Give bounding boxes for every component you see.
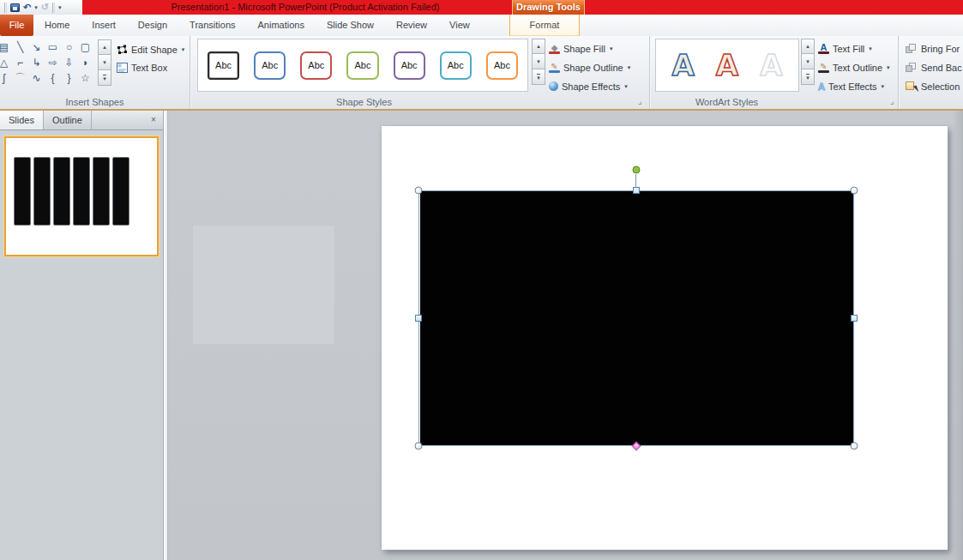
shape-styles-dialog-launcher-icon[interactable]: ⌟ xyxy=(635,96,645,106)
tab-transitions[interactable]: Transitions xyxy=(178,15,246,36)
save-icon[interactable] xyxy=(10,3,20,12)
text-box-label: Text Box xyxy=(131,63,167,73)
drawing-tools-contextual-header: Drawing Tools xyxy=(512,0,585,15)
powerpoint-window: ↶ ▾ ↺ ▾ Presentation1 - Microsoft PowerP… xyxy=(0,0,963,560)
wordart-dialog-launcher-icon[interactable]: ⌟ xyxy=(887,96,897,106)
shape-style-gallery: Abc Abc Abc Abc Abc Abc Abc xyxy=(197,39,528,92)
text-fill-button[interactable]: A Text Fill ▾ xyxy=(818,40,872,57)
shape-elbow-connector-icon[interactable]: ⌐ xyxy=(12,55,28,70)
window-control-stub xyxy=(4,3,7,13)
shape-style-green[interactable]: Abc xyxy=(346,51,378,80)
tab-format-active[interactable]: Format xyxy=(509,15,580,36)
shape-style-purple[interactable]: Abc xyxy=(394,51,425,80)
text-box-icon xyxy=(117,63,128,73)
shape-oval-icon[interactable]: ○ xyxy=(61,39,77,55)
wordart-style-red[interactable]: A xyxy=(716,51,738,80)
undo-icon[interactable]: ↶ xyxy=(23,3,31,12)
send-backward-icon xyxy=(906,63,918,73)
wordart-style-blue[interactable]: A xyxy=(672,51,695,80)
tab-file[interactable]: File xyxy=(0,15,33,36)
bring-forward-button[interactable]: Bring For xyxy=(906,40,960,57)
tab-slide-show[interactable]: Slide Show xyxy=(316,15,385,36)
resize-handle-top-right[interactable] xyxy=(851,187,858,195)
shape-curve-icon[interactable]: ∿ xyxy=(28,70,45,86)
style-more-button[interactable]: ▾ xyxy=(532,69,545,85)
shape-arc-icon[interactable]: ⌒ xyxy=(12,70,28,86)
shape-style-blue[interactable]: Abc xyxy=(254,51,286,80)
shape-style-red[interactable]: Abc xyxy=(300,51,332,80)
gallery-scroll-up-button[interactable]: ▴ xyxy=(98,39,111,55)
edit-shape-button[interactable]: Edit Shape ▾ xyxy=(117,41,184,57)
tab-review[interactable]: Review xyxy=(385,15,438,36)
thumbnail-bar xyxy=(93,157,110,226)
text-effects-button[interactable]: A Text Effects ▾ xyxy=(818,78,884,94)
rotate-handle[interactable] xyxy=(633,166,641,174)
tab-animations[interactable]: Animations xyxy=(247,15,316,36)
resize-handle-top-center[interactable] xyxy=(633,187,640,194)
shape-outline-icon: ✎ xyxy=(549,63,560,73)
tab-outline[interactable]: Outline xyxy=(44,111,92,129)
ribbon: ▤ ╲ ↘ ▭ ○ ▢ △ ⌐ ↳ ⇨ ⇩ ◗ ʃ ⌒ ∿ { } ☆ ▴ xyxy=(0,36,963,111)
wordart-scroll-up-button[interactable]: ▴ xyxy=(801,39,815,54)
shape-left-brace-icon[interactable]: { xyxy=(45,70,61,86)
gallery-scroll-down-button[interactable]: ▾ xyxy=(98,55,111,70)
shape-outline-button[interactable]: ✎ Shape Outline ▾ xyxy=(549,59,630,75)
shape-line-icon[interactable]: ╲ xyxy=(12,39,28,55)
tab-design[interactable]: Design xyxy=(127,15,178,36)
shape-down-arrow-icon[interactable]: ⇩ xyxy=(61,55,77,70)
customize-qat-icon[interactable]: ▾ xyxy=(58,4,62,11)
shape-effects-icon xyxy=(549,81,558,91)
tab-view[interactable]: View xyxy=(438,15,481,36)
bring-forward-icon xyxy=(906,44,918,54)
shape-rounded-rectangle-icon[interactable]: ▢ xyxy=(77,39,93,55)
tab-home[interactable]: Home xyxy=(33,15,81,36)
resize-handle-bottom-right[interactable] xyxy=(851,443,858,450)
shape-arrow-icon[interactable]: ↘ xyxy=(28,39,45,55)
shape-style-orange[interactable]: Abc xyxy=(486,51,518,80)
text-box-button[interactable]: Text Box xyxy=(117,59,167,75)
shape-teardrop-icon[interactable]: ◗ xyxy=(77,55,93,70)
tab-insert[interactable]: Insert xyxy=(81,15,127,36)
window-title: Presentation1 - Microsoft PowerPoint (Pr… xyxy=(117,0,494,15)
shape-elbow-arrow-icon[interactable]: ↳ xyxy=(28,55,45,70)
shape-rectangle-icon[interactable]: ▭ xyxy=(45,39,61,55)
shape-style-black[interactable]: Abc xyxy=(208,51,239,80)
shape-style-cyan[interactable]: Abc xyxy=(440,51,472,80)
chevron-down-icon: ▾ xyxy=(628,64,631,71)
style-scroll-down-button[interactable]: ▾ xyxy=(532,54,545,69)
resize-handle-bottom-left[interactable] xyxy=(415,443,423,450)
shape-style-scrollbar: ▴ ▾ ▾ xyxy=(532,39,545,85)
shape-effects-button[interactable]: Shape Effects ▾ xyxy=(549,78,628,94)
shape-gallery: ▤ ╲ ↘ ▭ ○ ▢ △ ⌐ ↳ ⇨ ⇩ ◗ ʃ ⌒ ∿ { } ☆ xyxy=(0,39,95,86)
black-rectangle-shape[interactable] xyxy=(420,191,853,445)
resize-handle-top-left[interactable] xyxy=(415,187,423,195)
shape-star-icon[interactable]: ☆ xyxy=(77,70,93,86)
undo-dropdown-icon[interactable]: ▾ xyxy=(34,4,38,11)
selection-pane-button[interactable]: Selection xyxy=(906,78,960,94)
slide-thumbnail-selected[interactable] xyxy=(4,136,159,256)
style-scroll-up-button[interactable]: ▴ xyxy=(532,39,545,54)
shape-right-arrow-icon[interactable]: ⇨ xyxy=(45,55,61,70)
text-outline-button[interactable]: ✎ Text Outline ▾ xyxy=(818,59,890,75)
send-backward-button[interactable]: Send Bac xyxy=(906,59,962,75)
wordart-style-white[interactable]: A xyxy=(760,51,782,80)
chevron-down-icon: ▾ xyxy=(887,64,890,71)
thumbnail-bar xyxy=(112,157,129,226)
shape-scribble-icon[interactable]: ʃ xyxy=(0,70,12,86)
gallery-more-button[interactable]: ▾ xyxy=(98,70,111,86)
group-arrange: Bring For Send Bac Selection xyxy=(899,36,963,109)
resize-handle-middle-left[interactable] xyxy=(415,315,422,322)
shape-fill-button[interactable]: ◆ Shape Fill ▾ xyxy=(549,40,612,57)
text-outline-icon: ✎ xyxy=(818,63,829,73)
resize-handle-middle-right[interactable] xyxy=(851,315,858,322)
close-panel-icon[interactable]: × xyxy=(144,111,163,129)
shape-right-brace-icon[interactable]: } xyxy=(61,70,77,86)
wordart-scrollbar: ▴ ▾ ▾ xyxy=(801,39,815,85)
thumbnail-shape-preview xyxy=(14,157,129,226)
tab-slides[interactable]: Slides xyxy=(0,111,44,129)
shape-triangle-icon[interactable]: △ xyxy=(0,55,12,70)
wordart-scroll-down-button[interactable]: ▾ xyxy=(801,54,815,69)
wordart-more-button[interactable]: ▾ xyxy=(801,69,815,85)
qat-separator xyxy=(52,3,55,13)
shape-textbox-icon[interactable]: ▤ xyxy=(0,39,12,55)
